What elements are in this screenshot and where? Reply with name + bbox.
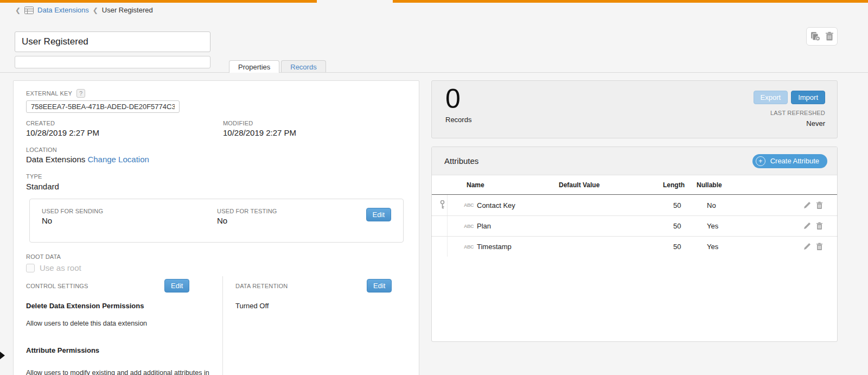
delete-attribute-icon[interactable] [816, 201, 823, 209]
location-label: LOCATION [26, 147, 57, 153]
breadcrumb: ❮ Data Extensions ❮ User Registered [15, 6, 153, 14]
primary-key-cell [437, 195, 448, 215]
attribute-name: Timestamp [477, 243, 569, 251]
used-for-testing-value: No [217, 216, 227, 225]
name-input[interactable] [15, 31, 210, 52]
used-for-testing-label: USED FOR TESTING [217, 208, 277, 214]
external-key-input[interactable] [26, 100, 180, 113]
used-for-sending-value: No [42, 216, 52, 225]
control-settings-label: CONTROL SETTINGS [26, 283, 88, 289]
edit-data-retention-button[interactable]: Edit [367, 279, 392, 293]
create-attribute-button[interactable]: + Create Attribute [752, 154, 827, 168]
records-summary-panel: 0 Records Export Import LAST REFRESHED N… [431, 80, 838, 138]
attribute-row: ABC Contact Key 50 No [432, 195, 837, 215]
attribute-name: Contact Key [477, 201, 569, 209]
data-extension-actions-group [806, 27, 838, 46]
primary-key-cell [437, 216, 448, 236]
attributes-title: Attributes [444, 156, 478, 166]
tab-bar-divider [0, 72, 868, 73]
tab-records[interactable]: Records [281, 60, 326, 73]
sending-settings-box: USED FOR SENDING No USED FOR TESTING No … [29, 199, 404, 243]
top-accent-bar-left [0, 0, 317, 3]
primary-key-icon [440, 200, 445, 211]
attribute-nullable: No [707, 201, 767, 209]
create-attribute-label: Create Attribute [770, 157, 819, 165]
description-input[interactable] [15, 56, 210, 68]
attribute-permissions-title: Attribute Permissions [26, 346, 99, 354]
use-as-root-checkbox[interactable] [26, 264, 35, 272]
attribute-nullable: Yes [707, 222, 767, 230]
record-count-label: Records [445, 116, 471, 124]
attribute-row: ABC Plan 50 Yes [432, 215, 837, 236]
attribute-length: 50 [673, 243, 707, 251]
column-default-value: Default Value [559, 181, 663, 189]
attributes-panel: Attributes + Create Attribute Name Defau… [431, 147, 838, 342]
delete-permissions-description: Allow users to delete this data extensio… [26, 320, 147, 327]
edit-attribute-icon[interactable] [803, 243, 811, 251]
edit-sending-button[interactable]: Edit [366, 208, 391, 221]
export-button[interactable]: Export [754, 91, 788, 104]
data-retention-value: Turned Off [235, 302, 269, 310]
modified-value: 10/28/2019 2:27 PM [223, 128, 296, 137]
breadcrumb-separator-icon: ❮ [93, 7, 98, 14]
breadcrumb-back-icon[interactable]: ❮ [15, 7, 21, 14]
tab-properties[interactable]: Properties [229, 60, 279, 73]
external-key-help-icon[interactable]: ? [76, 89, 85, 98]
root-data-label: ROOT DATA [26, 253, 61, 260]
created-value: 10/28/2019 2:27 PM [26, 128, 99, 137]
breadcrumb-data-extensions-link[interactable]: Data Extensions [37, 6, 89, 14]
breadcrumb-current-page: User Registered [102, 6, 153, 14]
attribute-type-icon: ABC [464, 224, 477, 229]
edit-attribute-icon[interactable] [803, 222, 811, 230]
column-name: Name [467, 181, 559, 189]
attribute-type-icon: ABC [464, 244, 477, 250]
settings-column-divider [222, 276, 223, 375]
attribute-permissions-description: Allow users to modify existing and add a… [26, 369, 209, 375]
delete-data-extension-icon[interactable] [825, 31, 834, 41]
type-label: TYPE [26, 173, 42, 180]
delete-permissions-title: Delete Data Extension Permissions [26, 302, 144, 310]
attribute-type-icon: ABC [464, 202, 477, 208]
delete-attribute-icon[interactable] [816, 222, 823, 230]
primary-key-cell [437, 237, 448, 257]
import-button[interactable]: Import [791, 91, 825, 104]
external-key-label: EXTERNAL KEY [26, 90, 72, 97]
attribute-nullable: Yes [707, 243, 767, 251]
type-value: Standard [26, 182, 59, 191]
column-nullable: Nullable [697, 181, 837, 189]
use-as-root-label: Use as root [40, 263, 81, 272]
record-count: 0 [445, 84, 461, 114]
attribute-row: ABC Timestamp 50 Yes [432, 236, 837, 257]
used-for-sending-label: USED FOR SENDING [42, 208, 103, 214]
bottom-left-arrow-icon[interactable] [0, 352, 5, 359]
plus-icon: + [756, 156, 765, 166]
top-accent-bar-right [393, 0, 868, 3]
data-extension-grid-icon [24, 7, 34, 14]
attribute-length: 50 [673, 222, 707, 230]
edit-control-settings-button[interactable]: Edit [164, 279, 189, 293]
attribute-name: Plan [477, 222, 569, 230]
delete-attribute-icon[interactable] [816, 243, 823, 251]
properties-panel: EXTERNAL KEY ? CREATED 10/28/2019 2:27 P… [13, 80, 419, 375]
column-length: Length [663, 181, 697, 189]
location-value: Data Extensions [26, 155, 85, 164]
data-retention-label: DATA RETENTION [235, 283, 288, 289]
edit-attribute-icon[interactable] [803, 201, 811, 209]
last-refreshed-label: LAST REFRESHED [770, 110, 825, 116]
attributes-header: Attributes + Create Attribute [432, 147, 837, 175]
tab-bar: Properties Records [229, 60, 326, 73]
attribute-length: 50 [673, 201, 707, 209]
attributes-table-header: Name Default Value Length Nullable [432, 175, 837, 195]
last-refreshed-value: Never [770, 119, 825, 128]
change-location-link[interactable]: Change Location [87, 155, 149, 164]
created-label: CREATED [26, 120, 55, 126]
modified-label: MODIFIED [223, 120, 253, 126]
copy-data-extension-icon[interactable] [810, 31, 821, 41]
